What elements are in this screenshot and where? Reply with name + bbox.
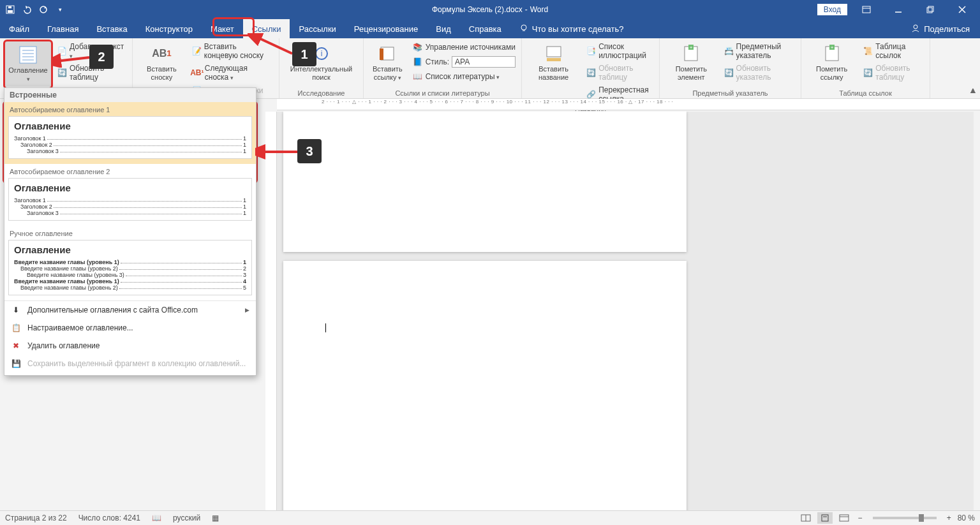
update-figures-button[interactable]: 🔄 Обновить таблицу: [584, 63, 654, 83]
text-cursor: [325, 323, 326, 332]
refresh-icon: 🔄: [724, 68, 734, 78]
toc-more-from-office[interactable]: ⬇ Дополнительные оглавления с сайта Offi…: [4, 301, 256, 319]
status-language[interactable]: русский: [173, 514, 200, 522]
tab-view[interactable]: Вид: [427, 19, 460, 38]
citation-style[interactable]: 📘 Стиль: APA: [410, 55, 518, 69]
mark-index-entry-button[interactable]: + Пометить элемент: [665, 41, 718, 84]
zoom-level[interactable]: 80 %: [958, 514, 975, 522]
toc-save-selection[interactable]: 💾 Сохранить выделенный фрагмент в коллек…: [4, 355, 256, 373]
tab-layout[interactable]: Макет: [202, 19, 243, 38]
refresh-icon: 🔄: [863, 68, 873, 78]
insert-citation-button[interactable]: Вставить ссылку: [369, 41, 406, 84]
tab-mailings[interactable]: Рассылки: [290, 19, 345, 38]
tab-home[interactable]: Главная: [38, 19, 87, 38]
view-web-layout[interactable]: [836, 512, 852, 524]
tab-help[interactable]: Справка: [460, 19, 510, 38]
refresh-icon: 🔄: [586, 68, 596, 78]
tell-me[interactable]: Что вы хотите сделать?: [510, 19, 633, 38]
figures-list-icon: 📑: [586, 46, 596, 56]
ribbon-options-icon[interactable]: [854, 0, 879, 19]
svg-text:+: +: [830, 45, 833, 50]
update-index-button[interactable]: 🔄 Обновить указатель: [722, 63, 796, 83]
group-captions: Вставить название 📑 Список иллюстраций 🔄…: [522, 38, 660, 98]
toc-preview-line: Заголовок 31: [14, 210, 246, 216]
page-2[interactable]: [283, 261, 687, 510]
chevron-right-icon: ▶: [245, 307, 249, 313]
toc-option-auto1[interactable]: Автособираемое оглавление 1 Оглавление З…: [4, 102, 256, 164]
citation-icon: [377, 43, 397, 64]
vertical-ruler: [265, 112, 277, 510]
zoom-slider[interactable]: [873, 517, 937, 519]
document-area[interactable]: 1: [277, 112, 974, 510]
insert-footnote-button[interactable]: AB1 Вставить сноску: [138, 41, 186, 84]
maximize-button[interactable]: [917, 0, 943, 19]
toc-preview-line: Заголовок 11: [14, 135, 246, 142]
horizontal-ruler: 2 · · · 1 · · · △ · · · 1 · · · 2 · · · …: [277, 99, 980, 110]
zoom-in-button[interactable]: +: [944, 514, 954, 522]
page-number: 1: [672, 112, 676, 113]
insert-toa-button[interactable]: 📜 Таблица ссылок: [861, 41, 924, 61]
zoom-out-button[interactable]: −: [856, 514, 865, 522]
group-toa: + Пометить ссылку 📜 Таблица ссылок 🔄 Обн…: [801, 38, 930, 98]
next-footnote-button[interactable]: AB¹ Следующая сноска: [189, 63, 274, 83]
svg-rect-24: [547, 58, 561, 61]
insert-index-button[interactable]: 📇 Предметный указатель: [722, 41, 796, 61]
menu-bar: Файл Главная Вставка Конструктор Макет С…: [0, 19, 980, 38]
qat-customize-icon[interactable]: ▾: [55, 4, 65, 15]
update-toa-button[interactable]: 🔄 Обновить таблицу: [861, 63, 924, 83]
tab-review[interactable]: Рецензирование: [345, 19, 427, 38]
manage-sources-icon: 📚: [413, 42, 423, 52]
mark-citation-icon: +: [822, 43, 842, 64]
status-words[interactable]: Число слов: 4241: [78, 514, 140, 522]
status-proofing-icon[interactable]: 📖: [152, 514, 161, 522]
status-macro-icon[interactable]: ▦: [212, 514, 219, 522]
toa-icon: 📜: [863, 46, 873, 56]
toc-preview-line: Заголовок 31: [14, 148, 246, 154]
refresh-icon: 🔄: [57, 68, 67, 78]
tab-design[interactable]: Конструктор: [137, 19, 202, 38]
group-citations: Вставить ссылку 📚 Управление источниками…: [364, 38, 522, 98]
toc-option-auto2[interactable]: Автособираемое оглавление 2 Оглавление З…: [4, 164, 256, 226]
remove-toc-icon: ✖: [11, 341, 21, 351]
svg-rect-36: [822, 515, 828, 521]
toc-preview-line: Введите название главы (уровень 3)3: [14, 272, 246, 278]
figures-list-button[interactable]: 📑 Список иллюстраций: [584, 41, 654, 61]
annotation-arrow-1: [248, 33, 297, 59]
bulb-icon: [519, 24, 528, 34]
svg-line-32: [56, 57, 89, 61]
svg-rect-8: [928, 6, 933, 11]
svg-text:i: i: [320, 49, 322, 58]
style-select[interactable]: APA: [452, 56, 516, 68]
tab-insert[interactable]: Вставка: [87, 19, 136, 38]
page-1-bottom[interactable]: 1: [283, 112, 687, 252]
toc-custom[interactable]: 📋 Настраиваемое оглавление...: [4, 319, 256, 337]
redo-icon[interactable]: [38, 4, 48, 15]
annotation-badge-2: 2: [89, 45, 114, 69]
toc-preview-line: Введите название главы (уровень 1)1: [14, 259, 246, 265]
tab-file[interactable]: Файл: [0, 19, 38, 38]
manage-sources-button[interactable]: 📚 Управление источниками: [410, 41, 518, 54]
save-icon[interactable]: [5, 4, 15, 15]
bibliography-button[interactable]: 📖 Список литературы: [410, 70, 518, 83]
undo-icon[interactable]: [22, 4, 32, 15]
bibliography-icon: 📖: [413, 71, 423, 82]
toc-option-manual[interactable]: Ручное оглавление Оглавление Введите наз…: [4, 226, 256, 300]
view-read-mode[interactable]: [798, 512, 813, 524]
next-footnote-icon: AB¹: [192, 68, 202, 78]
status-page[interactable]: Страница 2 из 22: [5, 514, 67, 522]
close-button[interactable]: [949, 0, 975, 19]
toc-button[interactable]: Оглавление: [5, 41, 51, 87]
share-button[interactable]: Поделиться: [911, 19, 980, 38]
toc-remove[interactable]: ✖ Удалить оглавление: [4, 337, 256, 355]
mark-citation-button[interactable]: + Пометить ссылку: [806, 41, 857, 84]
collapse-ribbon-icon[interactable]: ⯅: [970, 87, 976, 94]
style-icon: 📘: [413, 57, 423, 67]
minimize-button[interactable]: [886, 0, 911, 19]
annotation-arrow-2: [51, 52, 93, 68]
view-print-layout[interactable]: [817, 512, 833, 524]
gallery-header-builtin: Встроенные: [4, 88, 256, 102]
insert-caption-button[interactable]: Вставить название: [527, 41, 580, 84]
caption-icon: [544, 43, 564, 64]
sign-in-button[interactable]: Вход: [817, 4, 847, 15]
toc-preview-line: Введите название главы (уровень 1)4: [14, 278, 246, 285]
